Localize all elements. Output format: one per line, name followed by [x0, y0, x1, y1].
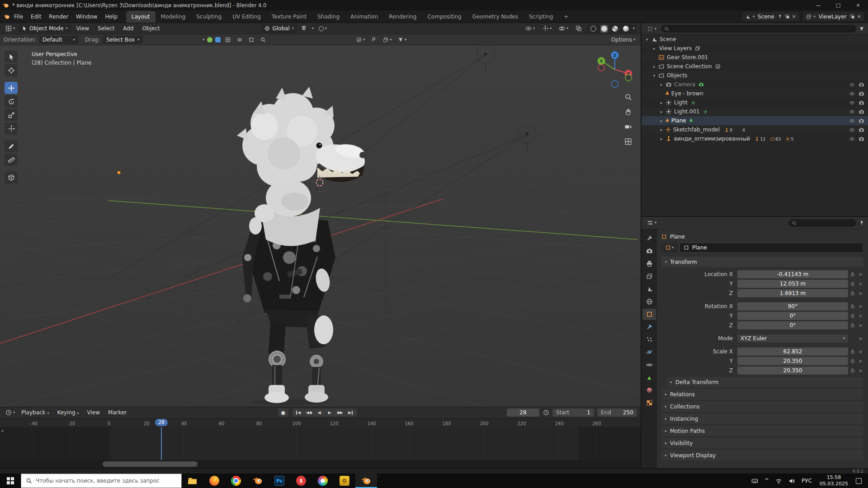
outliner-row-camera[interactable]: ▸ Camera: [642, 80, 868, 89]
lock-icon[interactable]: [848, 281, 857, 286]
transform-orientation-dropdown[interactable]: Global ▾: [261, 24, 297, 33]
lock-icon[interactable]: [848, 358, 857, 364]
lock-icon[interactable]: [848, 304, 857, 309]
hide-in-viewport-icon[interactable]: [849, 109, 855, 115]
lock-icon[interactable]: [848, 272, 857, 277]
outliner-row-scene-collection[interactable]: ▸ Scene Collection: [642, 62, 868, 71]
disable-in-render-icon[interactable]: [859, 82, 864, 88]
workspace-tab-texture-paint[interactable]: Texture Paint: [266, 11, 312, 23]
transform-panel-header[interactable]: ▾Transform: [661, 257, 863, 267]
select-box-tool[interactable]: [5, 51, 18, 63]
tab-view-layer[interactable]: [642, 271, 656, 282]
touch-keyboard-icon[interactable]: [748, 474, 761, 488]
navigation-gizmo[interactable]: Z Y X: [594, 49, 635, 90]
start-button[interactable]: [0, 474, 21, 488]
timeline-scrollbar-thumb[interactable]: [103, 461, 198, 467]
taskbar-app-firefox[interactable]: [203, 474, 225, 488]
animate-dot[interactable]: [857, 305, 863, 308]
options-dropdown[interactable]: Options▾: [609, 36, 637, 44]
show-overlays-dropdown[interactable]: ▾: [557, 24, 570, 33]
hide-in-viewport-icon[interactable]: [849, 136, 855, 142]
tab-particles[interactable]: [642, 334, 656, 345]
zoom-icon[interactable]: [623, 91, 633, 102]
menu-view[interactable]: View: [84, 408, 104, 417]
outliner-row-plane[interactable]: ▸ ▲ Plane ▲: [642, 116, 868, 125]
animate-dot[interactable]: [857, 351, 863, 353]
shading-wireframe-button[interactable]: [590, 25, 597, 33]
menu-keying[interactable]: Keying ▾: [53, 408, 82, 417]
gizmo-neg-y-axis[interactable]: [625, 75, 632, 81]
outliner-row-light[interactable]: ▸ Light: [642, 98, 868, 107]
outliner-row-vindi-optimized[interactable]: ▸ винди_оптимизированный 12 83 5: [642, 134, 868, 143]
search-icon[interactable]: [259, 36, 268, 43]
playhead-line[interactable]: [161, 427, 162, 460]
taskbar-app-blender[interactable]: [247, 474, 269, 488]
section-motion-paths[interactable]: ▸Motion Paths: [661, 426, 863, 436]
tab-output[interactable]: [642, 258, 656, 269]
stopwatch-icon[interactable]: [543, 409, 549, 416]
show-gizmos-dropdown[interactable]: ▾: [540, 24, 553, 33]
outliner-filter-icon[interactable]: [859, 26, 864, 32]
timeline-editor-type-dropdown[interactable]: ▾: [4, 408, 17, 417]
taskbar-app-chrome[interactable]: [225, 474, 247, 488]
transform-tool[interactable]: [5, 122, 18, 135]
lock-icon[interactable]: [848, 313, 857, 319]
disable-in-render-icon[interactable]: [859, 109, 864, 115]
ortho-grid-icon[interactable]: [623, 136, 633, 147]
snap-settings-dropdown[interactable]: ▾: [310, 26, 316, 31]
end-frame-field[interactable]: End250: [597, 408, 637, 417]
hide-in-viewport-icon[interactable]: [849, 100, 855, 106]
disable-in-render-icon[interactable]: [859, 118, 864, 124]
outliner-row-scene[interactable]: ▾ Scene: [642, 35, 868, 44]
lock-icon[interactable]: [848, 368, 857, 373]
outliner-row-eye-brown[interactable]: ▲ Eye - brown: [642, 89, 868, 98]
filter-dropdown[interactable]: ▾: [396, 36, 408, 43]
section-instancing[interactable]: ▸Instancing: [661, 413, 863, 424]
animate-dot[interactable]: [857, 360, 863, 362]
rotation-y-field[interactable]: 0°: [737, 312, 848, 320]
rotation-z-field[interactable]: 0°: [737, 321, 848, 329]
animate-dot[interactable]: [857, 315, 863, 317]
rotation-mode-dropdown[interactable]: XYZ Euler▾: [737, 334, 848, 343]
menu-help[interactable]: Help: [101, 12, 121, 22]
animate-dot[interactable]: [857, 324, 863, 327]
camera-view-icon[interactable]: [623, 121, 633, 132]
workspace-tab-animation[interactable]: Animation: [345, 11, 383, 23]
xray-toggle[interactable]: [574, 24, 584, 33]
layers-dropdown[interactable]: ▾: [381, 36, 393, 43]
menu-window[interactable]: Window: [72, 12, 101, 22]
volume-icon[interactable]: [785, 474, 798, 488]
outliner-row-view-layers[interactable]: ▸ View Layers: [642, 44, 868, 53]
section-delta-transform[interactable]: ▸Delta Transform: [667, 377, 863, 387]
timeline-ruler[interactable]: -40 -20 0 20 40 60 80 100 120 140 160 18…: [0, 418, 641, 427]
move-tool[interactable]: [5, 82, 18, 94]
annotate-tool[interactable]: [5, 140, 18, 152]
tab-object[interactable]: [642, 309, 656, 320]
outliner-row-sketchfab-model[interactable]: ▸ Sketchfab_model 9 4: [642, 125, 868, 134]
menu-edit[interactable]: Edit: [27, 12, 45, 22]
taskbar-app-gold-key[interactable]: [334, 474, 355, 488]
scale-tool[interactable]: [5, 109, 18, 121]
blue-swatch-icon[interactable]: [215, 37, 221, 42]
tab-tool[interactable]: [642, 233, 656, 244]
menu-object[interactable]: Object: [138, 24, 163, 33]
taskbar-clock[interactable]: 15:58 05.03.2025: [815, 474, 853, 487]
tab-texture[interactable]: [642, 397, 656, 408]
workspace-tab-shading[interactable]: Shading: [312, 11, 345, 23]
new-scene-icon[interactable]: [785, 14, 790, 19]
animatronic-model[interactable]: [237, 87, 368, 405]
tab-constraints[interactable]: [642, 359, 656, 371]
viewport-canvas[interactable]: [0, 45, 641, 407]
hide-in-viewport-icon[interactable]: [849, 82, 855, 88]
checkbox-filter-dropdown[interactable]: ▾: [354, 36, 367, 43]
scale-x-field[interactable]: 62.852: [737, 347, 848, 356]
hide-in-viewport-icon[interactable]: [849, 127, 855, 133]
location-z-field[interactable]: 1.6913 m: [737, 289, 848, 297]
object-type-visibility-dropdown[interactable]: ▾: [524, 24, 537, 33]
square-option-icon[interactable]: [247, 36, 256, 43]
pin-scene-icon[interactable]: [778, 14, 783, 19]
section-collections[interactable]: ▸Collections: [661, 401, 863, 412]
shading-material-button[interactable]: [611, 25, 619, 33]
timeline-track-area[interactable]: ▸: [0, 427, 641, 460]
tab-scene[interactable]: [642, 283, 656, 295]
